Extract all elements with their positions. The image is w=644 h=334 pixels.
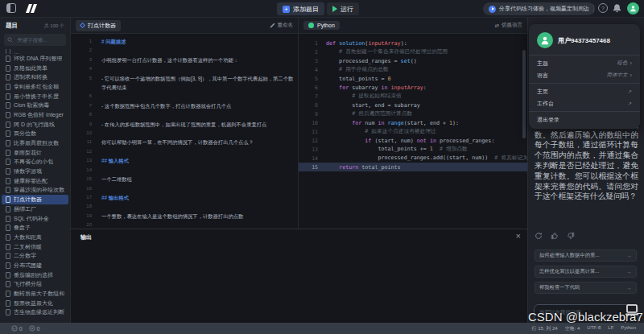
problem-list-item[interactable]: 猜数字游戏 [0, 167, 70, 176]
problem-list-item[interactable]: 拿到最多红包金额 [0, 82, 70, 92]
video-icon [489, 6, 496, 13]
problem-line: 8 [71, 110, 296, 119]
switch-language-button[interactable]: ⇄ 切换语言 [495, 22, 522, 29]
regenerate-icon[interactable] [535, 232, 543, 240]
problem-list-item[interactable]: 捆绑工厂 [0, 204, 70, 214]
problem-list-item[interactable]: 穿越沙漠的补给次数 [0, 186, 70, 196]
problem-item-label: 拿到最多红包金额 [14, 83, 59, 91]
code-line[interactable]: 8 start, end = subarray [299, 101, 527, 109]
problem-list-item[interactable]: 飞行棋分组 [0, 280, 70, 290]
code-line[interactable]: 3 processed_ranges = set() [299, 56, 527, 65]
check-circle-icon [11, 325, 18, 332]
problem-list-item[interactable]: 暴雨梨花针 [0, 148, 70, 158]
close-icon[interactable]: × [516, 231, 521, 241]
document-icon [6, 196, 10, 203]
chat-input-box[interactable] [534, 304, 638, 323]
problem-list-item[interactable]: … [0, 49, 70, 54]
menu-item-logout[interactable]: 退出登录 [529, 113, 640, 126]
code-line[interactable]: 1def solution(inputArray): [299, 39, 527, 47]
suggestion-chip[interactable]: 帮我检查一下代码→ [535, 282, 637, 294]
thumbs-up-icon[interactable] [551, 232, 559, 240]
code-line[interactable]: 10 for num in range(start, end + 1): [299, 118, 527, 127]
language-tab[interactable]: Python [303, 21, 340, 30]
problem-list-item[interactable]: 最小替换子串长度 [0, 92, 70, 101]
search-input[interactable] [15, 36, 63, 43]
menu-item-theme[interactable]: 主题 暗色› [529, 57, 640, 69]
code-line[interactable]: 2 # 首先创建一个集合来存储已经处理过的范围 [299, 47, 527, 56]
problem-list-item[interactable]: 健康标签匹配 [0, 176, 70, 186]
add-problem-button[interactable]: + 添加题目 [277, 2, 324, 15]
external-link-icon: ↗ [628, 101, 632, 107]
menu-item-language[interactable]: 语言 简体中文› [529, 69, 640, 81]
code-line[interactable]: 9 # 然后遍历范围计算点数 [299, 109, 527, 118]
document-icon [6, 122, 10, 128]
problem-list-item[interactable]: 比赛最高获胜次数 [0, 138, 70, 148]
thumbs-down-icon[interactable] [567, 232, 575, 240]
encoding: UTF-8 [587, 325, 601, 332]
problem-item-label: 不再省心的小包 [14, 158, 53, 166]
topbar-divider [593, 5, 594, 13]
code-line[interactable]: 4 # 用于存储点的总数 [299, 65, 527, 74]
problem-list-item[interactable]: 进制求和转换 [0, 72, 70, 82]
app-logo[interactable] [27, 4, 35, 13]
code-line[interactable]: 5 total_points = 0 [299, 74, 527, 83]
code-line[interactable]: 12 if (start, num) not in processed_rang… [299, 136, 527, 145]
pencil-icon [270, 23, 275, 28]
add-problem-label: 添加题目 [293, 5, 319, 14]
problem-list-item[interactable]: 翻转后最大子数组和 [0, 289, 70, 299]
problem-list-item[interactable]: 股票收益最大化 [0, 299, 70, 308]
search-box[interactable] [4, 34, 66, 46]
document-icon [6, 84, 10, 90]
code-line[interactable]: 11 # 如果这个点还没有被处理过 [299, 127, 527, 136]
problem-list-item[interactable]: Cion 勒索病毒 [0, 101, 70, 110]
problem-list-item[interactable]: 大数和距离 [0, 233, 70, 242]
problem-item-label: 飞行棋分组 [14, 280, 42, 288]
code-line[interactable]: 14 processed_ranges.add((start, num)) # … [299, 154, 527, 163]
problem-list-item[interactable]: 二叉树供暖 [0, 242, 70, 252]
avatar-icon [537, 32, 553, 48]
problem-list-item[interactable]: SQL 代码补全 [0, 214, 70, 224]
problem-list-item[interactable]: 分布式团建 [0, 261, 70, 270]
editor-scrollbar[interactable] [522, 50, 526, 138]
problem-content[interactable]: 1# 问题描述23小明想发明一台打点计数器，这个计数器有这样的一个功能：45- … [71, 37, 296, 229]
menu-item-home[interactable]: 主页 ↗ [529, 85, 640, 97]
problem-line: 2 [71, 46, 296, 55]
topbar: + 添加题目 运行 分享代码练习体验，视频赢定制周边 ? [0, 0, 644, 18]
problem-list-item[interactable]: 古生物血缘远近判断 [0, 308, 70, 318]
share-banner[interactable]: 分享代码练习体验，视频赢定制周边 [483, 2, 595, 15]
problem-title-chip[interactable]: 打点计数器 [76, 20, 121, 31]
code-line[interactable]: 6 for subarray in inputArray: [299, 83, 527, 92]
suggestion-chip[interactable]: 如何处理输入数据中的重...→ [535, 249, 637, 262]
run-button[interactable]: 运行 [327, 2, 359, 15]
chat-suggestions: 如何处理输入数据中的重...→怎样优化算法以提高计算...→帮我检查一下代码→ [535, 249, 637, 298]
help-icon[interactable]: ? [598, 3, 608, 13]
code-area[interactable]: 1def solution(inputArray):2 # 首先创建一个集合来存… [299, 39, 527, 229]
problem-line: 20 [71, 221, 296, 229]
problem-list-item[interactable]: 叠盘子 [0, 223, 70, 233]
problem-list-item[interactable]: 百分位数 [0, 130, 70, 139]
problem-item-label: 猜数字游戏 [14, 167, 42, 175]
problem-list-item[interactable]: 打点计数器 [2, 195, 68, 204]
code-line[interactable]: 7 # 提取起始和结束值 [299, 92, 527, 101]
problem-list-item[interactable]: 及格如此简单 [0, 64, 70, 73]
rename-button[interactable]: 重命名 [270, 22, 294, 29]
code-line[interactable]: 13 total_points += 1 # 增加点数 [299, 145, 527, 154]
document-icon [6, 102, 10, 109]
chat-input[interactable] [535, 305, 638, 323]
problem-title: 打点计数器 [88, 22, 116, 30]
problem-list-item[interactable]: 番茄编剧的选择 [0, 270, 70, 280]
problem-list-item[interactable]: RGB 色值转 Integer [0, 110, 70, 120]
avatar[interactable] [627, 2, 639, 14]
bell-icon[interactable] [612, 3, 622, 14]
document-icon [6, 159, 10, 165]
problem-list-item[interactable]: 二分数字 [0, 251, 70, 261]
suggestion-chip[interactable]: 怎样优化算法以提高计算...→ [535, 266, 637, 278]
code-line[interactable]: 15 return total_points [299, 163, 527, 171]
sidebar-toggle-icon[interactable] [6, 3, 16, 13]
problem-line: 9- 在传入的多组数据范围中，如果出现了范围的重复，机器则不会重复打点 [71, 120, 296, 129]
menu-item-workspace[interactable]: 工作台 ↗ [529, 97, 640, 109]
problem-list-item[interactable]: 阿 D 的飞行路线 [0, 120, 70, 130]
problem-list-item[interactable]: 环状 DNA 序列整理 [0, 54, 70, 64]
problem-list-item[interactable]: 不再省心的小包 [0, 158, 70, 167]
switch-language-label: 切换语言 [502, 22, 522, 29]
